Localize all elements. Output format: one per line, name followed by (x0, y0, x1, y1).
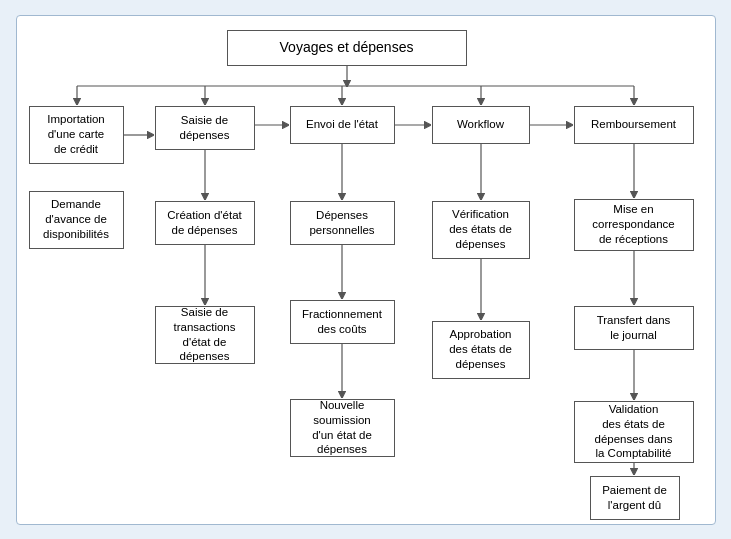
paiement-box: Paiement del'argent dû (590, 476, 680, 520)
saisie-dep-box: Saisie dedépenses (155, 106, 255, 150)
envoi-etat-box: Envoi de l'état (290, 106, 395, 144)
transfert-journal-box: Transfert dansle journal (574, 306, 694, 350)
saisie-trans-box: Saisie detransactionsd'état dedépenses (155, 306, 255, 364)
creation-etat-box: Création d'étatde dépenses (155, 201, 255, 245)
mise-correspondance-box: Mise encorrespondancede réceptions (574, 199, 694, 251)
importation-box: Importationd'une cartede crédit (29, 106, 124, 164)
demande-box: Demanded'avance dedisponibilités (29, 191, 124, 249)
verification-box: Vérificationdes états dedépenses (432, 201, 530, 259)
title-box: Voyages et dépenses (227, 30, 467, 66)
nouvelle-soumission-box: Nouvellesoumissiond'un état dedépenses (290, 399, 395, 457)
diagram-container: Voyages et dépenses Importationd'une car… (16, 15, 716, 525)
fractionnement-box: Fractionnementdes coûts (290, 300, 395, 344)
validation-box: Validationdes états dedépenses dansla Co… (574, 401, 694, 463)
dep-perso-box: Dépensespersonnelles (290, 201, 395, 245)
approbation-box: Approbationdes états dedépenses (432, 321, 530, 379)
remboursement-box: Remboursement (574, 106, 694, 144)
workflow-box: Workflow (432, 106, 530, 144)
